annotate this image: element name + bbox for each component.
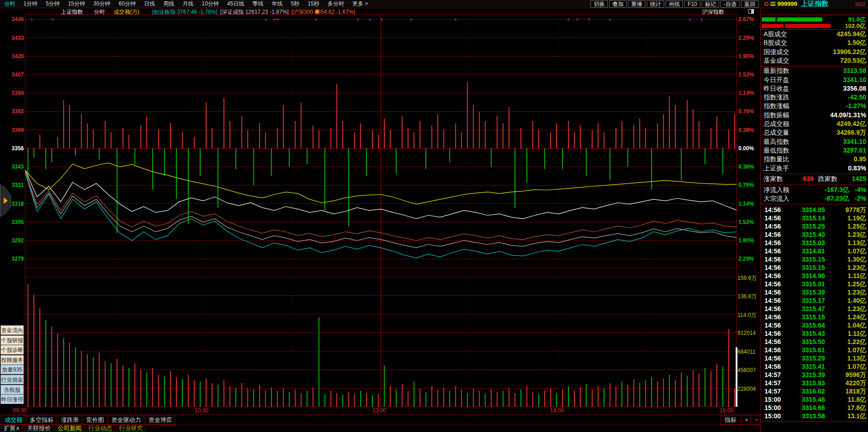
chart-scrollbar[interactable] bbox=[736, 347, 737, 407]
tick-price: 3315.50 bbox=[797, 338, 825, 345]
tick-row: 14:573316.021818万 bbox=[761, 388, 868, 396]
indicator-button[interactable]: 指标 bbox=[721, 415, 741, 425]
tick-price: 3316.02 bbox=[797, 388, 825, 395]
tick-time: 14:56 bbox=[764, 223, 781, 230]
tick-price: 3314.66 bbox=[797, 404, 825, 411]
bottom-tab-3[interactable]: 竞价图 bbox=[83, 415, 107, 425]
side-button-5[interactable]: 行业掘金 bbox=[0, 375, 24, 384]
tick-price: 3315.15 bbox=[797, 313, 825, 321]
stat-value: 3297.01 bbox=[843, 147, 866, 154]
tick-price: 3315.29 bbox=[797, 355, 825, 362]
decliners-count: 1425 bbox=[852, 175, 866, 182]
tick-amount: 1.07亿 bbox=[847, 346, 866, 355]
tick-price: 3315.14 bbox=[797, 214, 825, 222]
tick-time: 14:57 bbox=[764, 371, 781, 378]
bottom-tab-2[interactable]: 涨跌率 bbox=[58, 415, 82, 425]
tick-row: 14:563315.431.11亿 bbox=[761, 330, 868, 338]
tick-time: 14:56 bbox=[764, 256, 781, 263]
stock-name: 上证指数 bbox=[801, 0, 829, 8]
tick-amount: 1.23亿 bbox=[847, 264, 866, 272]
tick-time: 14:56 bbox=[764, 313, 781, 321]
bottom-tab-1[interactable]: 多空指标 bbox=[27, 415, 57, 425]
tick-amount: 1.13亿 bbox=[847, 239, 866, 247]
tick-time: 14:56 bbox=[764, 322, 781, 329]
right-data-panel: 91.0亿102.0亿A股成交4245.94亿B股成交1.50亿国债成交1390… bbox=[760, 8, 868, 432]
side-button-3[interactable]: 投顾服务 bbox=[0, 355, 24, 365]
tick-time: 14:56 bbox=[764, 247, 781, 255]
tick-row: 14:563315.291.13亿 bbox=[761, 355, 868, 363]
side-button-0[interactable]: 资金流向 bbox=[0, 325, 24, 335]
panel-separator bbox=[761, 174, 868, 174]
panel-row: B股成交1.50亿 bbox=[761, 39, 868, 48]
stat-label: B股成交 bbox=[764, 39, 787, 47]
zoom-in-button[interactable]: + bbox=[742, 415, 751, 425]
tick-row: 14:563314.811.07亿 bbox=[761, 247, 868, 256]
tick-row: 14:563315.011.25亿 bbox=[761, 280, 868, 289]
panel-row: 上证换手0.83% bbox=[761, 164, 868, 173]
zoom-out-button[interactable]: − bbox=[752, 415, 761, 425]
tick-time: 15:00 bbox=[764, 412, 781, 420]
panel-row: 昨日收盘3356.08 bbox=[761, 85, 868, 93]
tick-amount: 1.30亿 bbox=[847, 256, 866, 264]
tick-row: 14:563315.031.13亿 bbox=[761, 239, 868, 247]
panel-row: 总成交量34266.9万 bbox=[761, 129, 868, 137]
stat-label: 基金成交 bbox=[764, 57, 789, 65]
stat-label: 昨日收盘 bbox=[764, 85, 789, 93]
stat-label: 总成交量 bbox=[764, 129, 789, 137]
panel-row: 今日开盘3341.10 bbox=[761, 76, 868, 85]
tick-time: 14:56 bbox=[764, 214, 781, 222]
flow-value: -167.3亿 bbox=[824, 186, 849, 194]
stat-label: 上证换手 bbox=[764, 164, 789, 173]
tick-price: 3315.47 bbox=[797, 305, 825, 312]
stat-value: 0.83% bbox=[848, 164, 866, 172]
stat-label: 最高指数 bbox=[764, 138, 789, 146]
app-window: 分时1分钟5分钟15分钟30分钟60分钟日线周线月线10分钟45日线季线年线5秒… bbox=[0, 0, 868, 432]
tick-time: 15:00 bbox=[764, 404, 781, 411]
tick-time: 14:57 bbox=[764, 379, 781, 387]
stat-value: 1.50亿 bbox=[847, 39, 866, 47]
intraday-chart[interactable] bbox=[0, 0, 760, 432]
bottom-link-2[interactable]: 公司新闻 bbox=[55, 425, 84, 432]
tick-row: 14:563315.171.40亿 bbox=[761, 297, 868, 305]
bottom-tab-0[interactable]: 成交额 bbox=[1, 415, 26, 425]
stock-code: 999999 bbox=[777, 0, 797, 7]
tick-amount: 1.13亿 bbox=[847, 355, 866, 363]
tick-time: 14:56 bbox=[764, 338, 781, 345]
tick-row: 14:563315.611.07亿 bbox=[761, 346, 868, 355]
flow-label: 大宗流入 bbox=[764, 195, 789, 203]
bottom-link-1[interactable]: 关联报价 bbox=[24, 425, 54, 432]
bottom-tab-4[interactable]: 资金驱动力 bbox=[108, 415, 144, 425]
tick-row: 14:563315.391.23亿 bbox=[761, 289, 868, 297]
tick-price: 3315.25 bbox=[797, 223, 825, 230]
tick-time: 14:56 bbox=[764, 297, 781, 304]
bottom-link-0[interactable]: 扩展∧ bbox=[1, 425, 23, 432]
tick-row: 14:563314.859778万 bbox=[761, 206, 868, 214]
tick-price: 3315.83 bbox=[797, 379, 825, 387]
tick-amount: 9596万 bbox=[846, 371, 866, 379]
menu-lines-icon[interactable] bbox=[770, 2, 775, 6]
side-button-7[interactable]: 昨日涨停 bbox=[0, 394, 24, 404]
tick-price: 3315.17 bbox=[797, 297, 825, 304]
stat-value: 44.09/1.31% bbox=[830, 111, 866, 119]
tick-amount: 1.22亿 bbox=[847, 338, 866, 346]
bottom-link-4[interactable]: 行业研究 bbox=[116, 425, 146, 432]
side-button-4[interactable]: 放量935 bbox=[0, 365, 24, 374]
panel-separator bbox=[761, 15, 868, 15]
tick-row: 14:563315.471.23亿 bbox=[761, 305, 868, 313]
bottom-tab-5[interactable]: 资金博弈 bbox=[145, 415, 175, 425]
side-button-1[interactable]: 个股研报 bbox=[0, 335, 24, 345]
stat-value: 34266.9万 bbox=[836, 129, 866, 137]
stat-value: 3341.10 bbox=[843, 76, 866, 83]
tick-row: 15:003313.5813.1亿 bbox=[761, 412, 868, 421]
bottom-link-3[interactable]: 行业动态 bbox=[86, 425, 115, 432]
panel-row: 最新指数3313.58 bbox=[761, 67, 868, 76]
decliners-label: 跌家数 bbox=[818, 175, 837, 183]
tick-amount: 1.23亿 bbox=[847, 231, 866, 239]
side-button-6[interactable]: 含权股 bbox=[0, 385, 24, 394]
stat-value: -1.27% bbox=[846, 102, 866, 109]
tick-price: 3315.64 bbox=[797, 322, 825, 329]
panel-row: 国债成交13906.22亿 bbox=[761, 48, 868, 57]
side-button-2[interactable]: 个股诊断 bbox=[0, 345, 24, 355]
panel-row: A股成交4245.94亿 bbox=[761, 30, 868, 39]
advancers-count: 639 bbox=[803, 175, 813, 182]
